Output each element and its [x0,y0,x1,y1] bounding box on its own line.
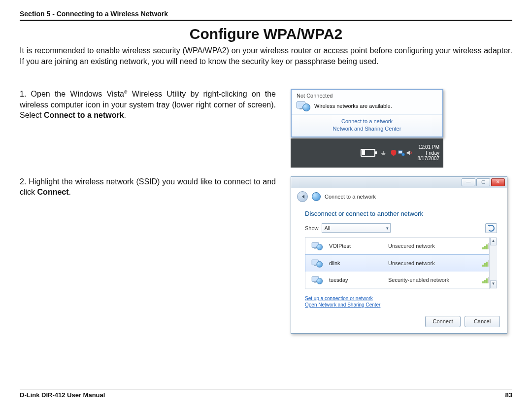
link-open-sharing-center[interactable]: Open Network and Sharing Center [305,302,493,308]
network-list: VOIPtest Unsecured network dlink Unsecur… [305,237,497,289]
show-label: Show [305,225,319,231]
back-button[interactable] [297,191,308,202]
step-2-post: . [69,188,71,196]
footer-rule [20,389,512,389]
footer-manual-name: D-Link DIR-412 User Manual [20,391,105,399]
page-footer: D-Link DIR-412 User Manual 83 [20,385,512,399]
minimize-button[interactable]: — [462,178,475,186]
svg-point-1 [401,153,404,156]
network-security: Unsecured network [388,260,477,266]
list-scrollbar[interactable]: ▲ ▼ [489,237,497,289]
chevron-down-icon: ▾ [386,226,389,231]
network-row[interactable]: tuesday Security-enabled network [305,272,497,289]
tray-icons-group [390,149,413,156]
network-name: dlink [329,260,383,266]
connect-button[interactable]: Connect [425,316,461,327]
step-1-number: 1. [20,90,26,98]
wireless-icon [312,275,323,284]
wireless-computer-icon [297,101,310,111]
step-1-row: 1. Open the Windows Vista® Wireless Util… [20,89,512,168]
cancel-button[interactable]: Cancel [465,316,500,327]
step-2-text: 2. Highlight the wireless network (SSID)… [20,176,276,198]
network-name: tuesday [329,277,383,283]
dialog-breadcrumb: Connect to a network [325,194,376,200]
step-2-row: 2. Highlight the wireless network (SSID)… [20,176,512,334]
popup-not-connected-title: Not Connected [297,93,437,99]
maximize-button[interactable]: ▢ [476,178,490,186]
popup-availability-msg: Wireless networks are available. [314,103,392,109]
step-1-post: . [124,111,126,119]
network-row[interactable]: VOIPtest Unsecured network [305,238,497,255]
figure-connect-dialog: — ▢ ✕ Connect to a network Disconnect or… [291,176,507,334]
step-1-bold: Connect to a network [44,111,124,119]
step-1-text: 1. Open the Windows Vista® Wireless Util… [20,89,276,121]
footer-page-number: 83 [505,391,512,399]
system-tray: ⏚ 12:01 PM Friday 8/17/2007 [291,138,443,168]
dialog-footer: Connect Cancel [291,308,507,333]
refresh-icon [488,225,495,232]
battery-icon [361,149,375,157]
network-row-selected[interactable]: dlink Unsecured network [305,254,497,272]
scroll-up-button[interactable]: ▲ [490,238,497,245]
tray-popup: Not Connected Wireless networks are avai… [291,89,443,137]
dialog-titlebar: — ▢ ✕ [291,177,507,188]
clock-date: 8/17/2007 [418,156,440,162]
dialog-links: Set up a connection or network Open Netw… [291,292,507,308]
wireless-icon [312,259,323,268]
popup-link-connect[interactable]: Connect to a network [297,118,437,125]
header-rule [20,20,512,21]
power-plug-icon: ⏚ [381,149,385,157]
clock-day: Friday [418,150,440,156]
section-header: Section 5 - Connecting to a Wireless Net… [20,10,512,18]
scroll-down-button[interactable]: ▼ [490,280,497,288]
figure-tray-popup: Not Connected Wireless networks are avai… [291,89,443,168]
wireless-icon [312,241,323,250]
dialog-instruction: Disconnect or connect to another network [305,210,497,217]
clock-time: 12:01 PM [418,144,440,150]
globe-icon [312,192,321,201]
show-filter-value: All [325,225,331,231]
intro-paragraph: It is recommended to enable wireless sec… [20,45,512,67]
page-title: Configure WPA/WPA2 [20,26,512,42]
dialog-header: Connect to a network [291,188,507,205]
volume-icon [406,149,413,156]
shield-icon [390,149,397,156]
svg-rect-0 [398,151,402,154]
system-clock: 12:01 PM Friday 8/17/2007 [418,144,442,162]
network-security: Security-enabled network [388,277,477,283]
refresh-button[interactable] [485,223,497,233]
popup-link-sharing-center[interactable]: Network and Sharing Center [297,125,437,133]
connect-dialog: — ▢ ✕ Connect to a network Disconnect or… [291,176,507,334]
step-2-bold: Connect [37,188,69,196]
close-button[interactable]: ✕ [491,178,505,186]
network-name: VOIPtest [329,243,383,249]
show-filter-dropdown[interactable]: All ▾ [322,223,391,233]
link-setup-connection[interactable]: Set up a connection or network [305,295,493,302]
network-tray-icon[interactable] [398,149,405,156]
step-1-pre: Open the Windows Vista [31,90,124,98]
network-security: Unsecured network [388,243,477,249]
step-2-number: 2. [20,177,26,186]
